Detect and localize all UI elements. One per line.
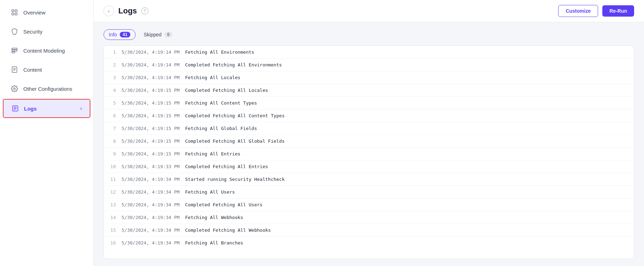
log-number: 14 [104,215,122,220]
svg-rect-3 [15,13,17,15]
main-content: ‹ Logs ? Customize Re-Run Info 41 Skippe… [94,0,644,266]
chevron-right-icon: › [80,105,82,112]
sidebar-item-logs[interactable]: Logs › [3,99,90,118]
log-timestamp: 5/30/2024, 4:19:34 PM [122,177,185,182]
sidebar-item-security[interactable]: Security [3,23,90,40]
tab-skipped[interactable]: Skipped 0 [138,29,178,40]
log-message: Completed Fetching All Locales [185,88,634,93]
log-timestamp: 5/30/2024, 4:19:15 PM [122,113,185,118]
sidebar-item-label: Security [23,29,42,35]
log-timestamp: 5/30/2024, 4:19:15 PM [122,151,185,156]
log-message: Fetching All Environments [185,49,634,55]
log-message: Fetching All Content Types [185,100,634,106]
log-message: Completed Fetching All Environments [185,62,634,67]
log-number: 5 [104,100,122,106]
log-timestamp: 5/30/2024, 4:19:34 PM [122,189,185,195]
log-number: 9 [104,151,122,156]
tab-info-label: Info [109,32,117,37]
table-row: 55/30/2024, 4:19:15 PMFetching All Conte… [104,97,634,110]
log-timestamp: 5/30/2024, 4:19:34 PM [122,202,185,207]
svg-rect-4 [12,48,17,49]
log-message: Fetching All Webhooks [185,215,634,220]
content-area: Info 41 Skipped 0 15/30/2024, 4:19:14 PM… [94,22,644,266]
table-row: 155/30/2024, 4:19:34 PMCompleted Fetchin… [104,224,634,237]
logs-icon [11,105,19,112]
log-number: 10 [104,164,122,169]
log-timestamp: 5/30/2024, 4:19:15 PM [122,88,185,93]
help-icon[interactable]: ? [141,7,148,14]
log-number: 3 [104,75,122,80]
table-row: 15/30/2024, 4:19:14 PMFetching All Envir… [104,46,634,59]
sidebar-item-label: Logs [24,106,37,112]
table-row: 65/30/2024, 4:19:15 PMCompleted Fetching… [104,110,634,122]
log-message: Completed Fetching All Users [185,202,634,207]
svg-rect-5 [12,50,17,51]
log-timestamp: 5/30/2024, 4:19:14 PM [122,62,185,67]
log-number: 2 [104,62,122,67]
sidebar-item-other-configurations[interactable]: Other Configurations [3,80,90,97]
table-row: 45/30/2024, 4:19:15 PMCompleted Fetching… [104,84,634,97]
table-row: 85/30/2024, 4:19:15 PMCompleted Fetching… [104,135,634,148]
log-timestamp: 5/30/2024, 4:19:34 PM [122,215,185,220]
table-row: 115/30/2024, 4:19:34 PMStarted running S… [104,173,634,186]
log-container: 15/30/2024, 4:19:14 PMFetching All Envir… [104,46,634,259]
sidebar-item-label: Content [23,67,42,73]
overview-icon [11,8,18,16]
log-timestamp: 5/30/2024, 4:19:33 PM [122,164,185,169]
log-timestamp: 5/30/2024, 4:19:34 PM [122,227,185,233]
log-number: 8 [104,138,122,144]
log-number: 16 [104,240,122,246]
table-row: 145/30/2024, 4:19:34 PMFetching All Webh… [104,211,634,224]
tab-skipped-badge: 0 [164,32,172,37]
log-number: 1 [104,49,122,55]
table-row: 75/30/2024, 4:19:15 PMFetching All Globa… [104,122,634,135]
log-number: 6 [104,113,122,118]
sidebar-item-overview[interactable]: Overview [3,4,90,21]
log-timestamp: 5/30/2024, 4:19:34 PM [122,240,185,246]
rerun-button[interactable]: Re-Run [602,5,634,17]
log-message: Fetching All Branches [185,240,634,246]
log-timestamp: 5/30/2024, 4:19:14 PM [122,49,185,55]
table-row: 105/30/2024, 4:19:33 PMCompleted Fetchin… [104,160,634,173]
header-actions: Customize Re-Run [558,5,634,17]
sidebar-item-content[interactable]: Content [3,61,90,78]
gear-icon [11,85,18,93]
log-message: Fetching All Global Fields [185,126,634,131]
tab-info[interactable]: Info 41 [104,29,136,40]
sidebar: Overview Security Content Modeling [0,0,94,266]
log-timestamp: 5/30/2024, 4:19:15 PM [122,100,185,106]
back-button[interactable]: ‹ [104,6,114,16]
log-timestamp: 5/30/2024, 4:19:15 PM [122,126,185,131]
svg-rect-2 [12,13,14,15]
log-message: Completed Fetching All Global Fields [185,138,634,144]
log-number: 4 [104,88,122,93]
page-title: Logs [118,6,137,16]
log-number: 15 [104,227,122,233]
log-message: Completed Fetching All Webhooks [185,227,634,233]
log-message: Fetching All Entries [185,151,634,156]
content-modeling-icon [11,47,18,54]
log-scroll[interactable]: 15/30/2024, 4:19:14 PMFetching All Envir… [104,46,634,259]
content-icon [11,66,18,73]
sidebar-item-label: Content Modeling [23,48,65,54]
log-timestamp: 5/30/2024, 4:19:15 PM [122,138,185,144]
log-number: 7 [104,126,122,131]
svg-rect-1 [15,10,17,12]
tab-info-badge: 41 [120,32,130,37]
svg-rect-0 [12,10,14,12]
sidebar-item-label: Overview [23,10,46,16]
log-number: 11 [104,177,122,182]
log-number: 13 [104,202,122,207]
sidebar-item-content-modeling[interactable]: Content Modeling [3,42,90,59]
log-message: Fetching All Users [185,189,634,195]
header: ‹ Logs ? Customize Re-Run [94,0,644,22]
log-message: Fetching All Locales [185,75,634,80]
log-number: 12 [104,189,122,195]
svg-rect-6 [12,52,15,53]
table-row: 135/30/2024, 4:19:34 PMCompleted Fetchin… [104,199,634,211]
table-row: 95/30/2024, 4:19:15 PMFetching All Entri… [104,148,634,160]
sidebar-item-label: Other Configurations [23,86,72,92]
svg-point-11 [14,88,16,90]
customize-button[interactable]: Customize [558,5,598,17]
tab-skipped-label: Skipped [144,32,162,37]
